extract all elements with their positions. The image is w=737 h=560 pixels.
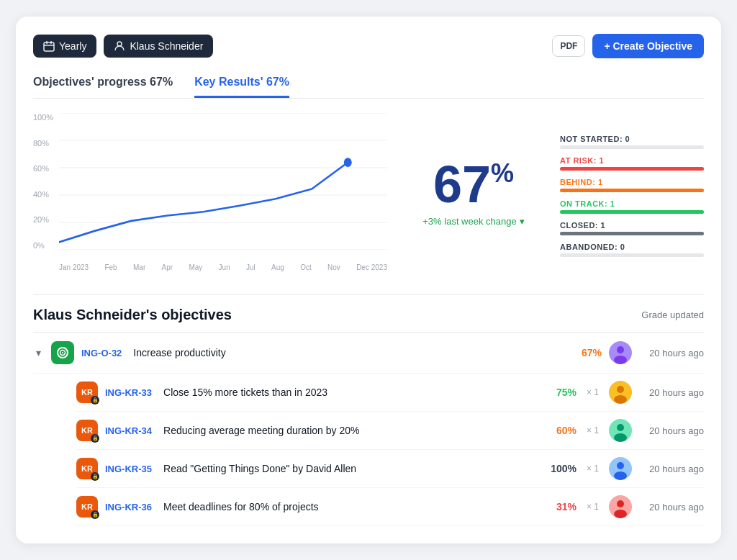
kr-mult-35: × 1: [587, 464, 599, 474]
lock-icon: 🔒: [91, 396, 99, 405]
kr-icon-33: KR 🔒: [76, 381, 98, 403]
pdf-button[interactable]: PDF: [552, 35, 585, 57]
kr-icon-34: KR 🔒: [76, 420, 98, 441]
kr-mult-34: × 1: [587, 425, 599, 435]
section-divider: [33, 294, 704, 295]
kr-id-34[interactable]: ING-KR-34: [105, 425, 152, 436]
center-stat: 67 % +3% last week change ▾: [409, 113, 538, 271]
svg-point-26: [614, 471, 627, 480]
big-percent-value: 67: [433, 158, 491, 210]
create-label: + Create Objective: [604, 40, 692, 52]
yearly-filter-button[interactable]: Yearly: [33, 35, 96, 58]
kr-id-36[interactable]: ING-KR-36: [105, 502, 152, 512]
objective-title: Increase productivity: [133, 347, 566, 358]
legend-at-risk: AT RISK: 1: [560, 156, 704, 171]
kr-row-34: KR 🔒 ING-KR-34 Reducing average meeting …: [76, 412, 704, 450]
objective-id[interactable]: ING-O-32: [81, 348, 122, 358]
chart-x-labels: Jan 2023 Feb Mar Apr May Jun Jul Aug Oct…: [59, 263, 387, 271]
user-filter-button[interactable]: Klaus Schneider: [104, 35, 213, 58]
main-container: Yearly Klaus Schneider PDF + Create Obje…: [16, 17, 721, 543]
section-title: Klaus Schneider's objectives: [33, 307, 232, 323]
kr-icon-35: KR 🔒: [76, 458, 98, 479]
lock-icon-35: 🔒: [91, 472, 99, 481]
kr-id-35[interactable]: ING-KR-35: [105, 464, 152, 474]
kr-title-33: Close 15% more tickets than in 2023: [163, 387, 541, 398]
kr-title-35: Read "Getting Things Done" by David Alle…: [163, 463, 541, 474]
kr-title-36: Meet deadlines for 80% of projects: [163, 501, 541, 512]
legend-abandoned-label: ABANDONED: 0: [560, 243, 704, 251]
legend-on-track-label: ON TRACK: 1: [560, 199, 704, 208]
kr-row-33: KR 🔒 ING-KR-33 Close 15% more tickets th…: [76, 374, 704, 412]
svg-point-20: [614, 395, 627, 404]
avatar-img-kr35: [609, 457, 632, 480]
week-change[interactable]: +3% last week change ▾: [422, 216, 524, 227]
svg-rect-0: [44, 42, 54, 51]
kr-percent-33: 75%: [548, 387, 577, 398]
kr-percent-34: 60%: [548, 425, 577, 436]
legend-on-track: ON TRACK: 1: [560, 199, 704, 214]
svg-point-28: [617, 500, 624, 507]
avatar-kr34: [609, 419, 632, 442]
legend-closed: CLOSED: 1: [560, 221, 704, 235]
chart-section: 100% 80% 60% 40% 20% 0%: [33, 113, 704, 271]
expand-button[interactable]: ▾: [33, 347, 44, 358]
chart-area: 100% 80% 60% 40% 20% 0%: [33, 113, 387, 271]
week-change-text: +3% last week change: [422, 216, 516, 227]
header: Yearly Klaus Schneider PDF + Create Obje…: [33, 34, 704, 58]
svg-point-25: [617, 462, 624, 469]
avatar: [609, 341, 632, 364]
kr-icon-36: KR 🔒: [76, 496, 98, 518]
chart-canvas: [59, 113, 387, 250]
avatar-kr33: [609, 381, 632, 404]
avatar-kr36: [609, 495, 632, 518]
legend-not-started-label: NOT STARTED: 0: [560, 135, 704, 143]
svg-point-22: [617, 424, 624, 431]
avatar-img-kr36: [609, 495, 632, 518]
svg-point-17: [614, 356, 627, 364]
objective-row: ▾ ING-O-32 Increase productivity 67% 20 …: [33, 333, 704, 374]
kr-id-33[interactable]: ING-KR-33: [105, 387, 152, 398]
svg-point-29: [614, 510, 627, 518]
kr-time-33: 20 hours ago: [639, 387, 704, 398]
target-icon: [56, 346, 69, 359]
legend-area: NOT STARTED: 0 AT RISK: 1 BEHIND: 1 ON T…: [560, 113, 704, 271]
pdf-label: PDF: [560, 41, 577, 51]
header-actions: PDF + Create Objective: [552, 34, 704, 58]
svg-point-23: [614, 433, 627, 442]
big-percent-sign: %: [491, 158, 514, 189]
legend-behind: BEHIND: 1: [560, 178, 704, 192]
avatar-img: [609, 341, 632, 364]
legend-not-started: NOT STARTED: 0: [560, 135, 704, 149]
avatar-img-kr33: [609, 381, 632, 404]
kr-title-34: Reducing average meeting duration by 20%: [163, 425, 541, 436]
tab-objectives[interactable]: Objectives' progress 67%: [33, 76, 173, 98]
objective-time: 20 hours ago: [639, 348, 704, 358]
chevron-down-icon: ▾: [520, 216, 525, 227]
header-filters: Yearly Klaus Schneider: [33, 35, 213, 58]
yearly-label: Yearly: [59, 40, 86, 52]
avatar-kr35: [609, 457, 632, 480]
grade-label: Grade updated: [641, 310, 704, 320]
kr-time-35: 20 hours ago: [639, 464, 704, 474]
avatar-img-kr34: [609, 419, 632, 442]
calendar-icon: [43, 40, 55, 52]
kr-time-34: 20 hours ago: [639, 425, 704, 436]
section-header: Klaus Schneider's objectives Grade updat…: [33, 307, 704, 323]
kr-percent-36: 31%: [548, 501, 577, 512]
svg-point-19: [617, 386, 624, 393]
tab-key-results[interactable]: Key Results' 67%: [194, 76, 289, 98]
objective-percent: 67%: [573, 347, 602, 358]
kr-percent-35: 100%: [548, 463, 577, 474]
kr-mult-36: × 1: [587, 502, 599, 512]
svg-point-14: [62, 352, 63, 353]
legend-abandoned: ABANDONED: 0: [560, 243, 704, 257]
kr-time-36: 20 hours ago: [639, 502, 704, 512]
chart-y-labels: 100% 80% 60% 40% 20% 0%: [33, 113, 59, 250]
create-objective-button[interactable]: + Create Objective: [592, 34, 704, 58]
user-icon: [114, 40, 125, 52]
legend-at-risk-label: AT RISK: 1: [560, 156, 704, 165]
objective-icon: [51, 341, 74, 364]
lock-icon-34: 🔒: [91, 434, 99, 443]
tabs: Objectives' progress 67% Key Results' 67…: [33, 76, 704, 99]
svg-point-11: [344, 158, 352, 167]
